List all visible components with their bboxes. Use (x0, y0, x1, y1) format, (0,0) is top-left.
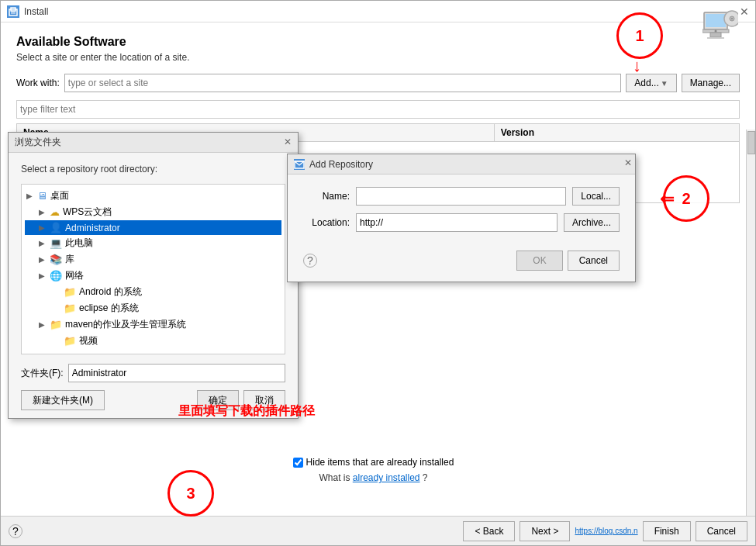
arrow-1: ↓ (633, 56, 641, 76)
repo-title-bar: Add Repository ✕ (288, 154, 635, 175)
archive-button[interactable]: Archive... (564, 213, 620, 232)
work-with-input[interactable] (64, 74, 622, 92)
repo-title-text: Add Repository (309, 159, 373, 170)
next-button[interactable]: Next > (520, 521, 570, 541)
folder-icon-maven: 📁 (50, 319, 62, 330)
repo-ok-button[interactable]: OK (516, 251, 562, 271)
already-installed-link[interactable]: already installed (353, 472, 420, 483)
repo-name-input[interactable] (356, 187, 566, 206)
new-folder-button[interactable]: 新建文件夹(M) (21, 390, 105, 410)
work-with-label: Work with: (16, 78, 60, 88)
finish-button[interactable]: Finish (643, 521, 691, 541)
add-button[interactable]: Add... ▼ (626, 74, 676, 92)
repo-location-label: Location: (303, 217, 350, 228)
footer-url: https://blog.csdn.n (575, 527, 637, 535)
local-button[interactable]: Local... (572, 187, 620, 206)
svg-rect-8 (707, 37, 724, 39)
browse-dialog-title-bar: 浏览文件夹 ✕ (9, 133, 298, 153)
folder-icon-android: 📁 (64, 286, 76, 298)
repo-cancel-button[interactable]: Cancel (568, 251, 620, 271)
browse-dialog-title: 浏览文件夹 (15, 136, 61, 149)
tree-item-maven[interactable]: ▶ 📁 maven的作业及学生管理系统 (25, 316, 281, 333)
browse-dialog-content: Select a repository root directory: ▶ 🖥 … (9, 153, 298, 418)
browse-dialog-close[interactable]: ✕ (281, 135, 295, 149)
repo-content: Name: Local... Location: Archive... ? OK… (288, 175, 635, 282)
folder-icon-video: 📁 (64, 335, 76, 347)
manage-button[interactable]: Manage... (682, 74, 740, 92)
repo-title-icon (294, 159, 305, 170)
network-icon: 🌐 (50, 270, 62, 282)
back-button[interactable]: < Back (463, 521, 515, 541)
repo-name-row: Name: Local... (303, 187, 620, 206)
tree-item-wps[interactable]: ▶ ☁ WPS云文档 (25, 204, 281, 220)
annotation-circle-3: 3 (167, 470, 214, 517)
svg-rect-7 (710, 33, 721, 37)
tree-item-eclipse[interactable]: 📁 eclipse 的系统 (25, 300, 281, 316)
folder-row: 文件夹(F): (21, 364, 285, 382)
repo-help-icon[interactable]: ? (303, 254, 317, 268)
footer-bar: ? < Back Next > https://blog.csdn.n Fini… (1, 516, 755, 545)
tree-item-network[interactable]: ▶ 🌐 网络 (25, 268, 281, 284)
bottom-section: Hide items that are already installed Wh… (1, 457, 746, 483)
folder-label: 文件夹(F): (21, 367, 64, 380)
already-installed-row: What is already installed ? (1, 472, 746, 483)
folder-input[interactable] (68, 364, 285, 382)
tree-item-administrator[interactable]: ▶ 👤 Administrator (25, 220, 281, 235)
footer-help[interactable]: ? (9, 524, 22, 538)
svg-point-12 (731, 18, 733, 19)
tree-item-desktop[interactable]: ▶ 🖥 桌面 (25, 188, 281, 204)
svg-point-9 (715, 30, 717, 33)
folder-tree[interactable]: ▶ 🖥 桌面 ▶ ☁ WPS云文档 ▶ 👤 Administrator ▶ 💻 … (21, 184, 285, 354)
cancel-button[interactable]: Cancel (696, 521, 747, 541)
scrollbar-thumb[interactable] (747, 131, 755, 154)
chinese-annotation: 里面填写下载的插件路径 (178, 403, 315, 420)
hide-installed-checkbox[interactable] (293, 458, 303, 468)
tree-item-android[interactable]: 📁 Android 的系统 (25, 284, 281, 300)
svg-rect-5 (706, 14, 726, 27)
checkbox-row: Hide items that are already installed (1, 457, 746, 468)
tree-item-computer[interactable]: ▶ 💻 此电脑 (25, 235, 281, 251)
title-bar-text: Install (24, 6, 48, 17)
browse-select-label: Select a repository root directory: (21, 164, 285, 175)
repo-close-button[interactable]: ✕ (624, 157, 632, 168)
add-repository-dialog: Add Repository ✕ Name: Local... Location… (287, 154, 636, 282)
repo-footer: ? OK Cancel (303, 243, 620, 271)
hide-installed-label: Hide items that are already installed (306, 457, 454, 468)
tree-item-video[interactable]: 📁 视频 (25, 333, 281, 349)
install-icon (701, 9, 740, 40)
cloud-icon: ☁ (50, 206, 60, 218)
col-version-header: Version (495, 124, 739, 141)
work-with-row: Work with: Add... ▼ Manage... (16, 74, 740, 92)
filter-input[interactable] (16, 100, 740, 119)
title-bar-icon (7, 5, 19, 18)
tree-item-library[interactable]: ▶ 📚 库 (25, 251, 281, 268)
repo-location-input[interactable] (356, 213, 558, 232)
annotation-circle-1: 1 (616, 12, 663, 59)
repo-name-label: Name: (303, 191, 350, 202)
person-icon: 👤 (50, 222, 62, 233)
repo-location-row: Location: Archive... (303, 213, 620, 232)
folder-icon-eclipse: 📁 (64, 302, 76, 314)
desktop-icon: 🖥 (37, 190, 47, 202)
computer-icon: 💻 (50, 237, 62, 249)
arrow-2: ⇐ (660, 189, 674, 209)
scrollbar[interactable] (746, 130, 755, 516)
browse-dialog: 浏览文件夹 ✕ Select a repository root directo… (8, 132, 299, 419)
library-icon: 📚 (50, 254, 62, 265)
